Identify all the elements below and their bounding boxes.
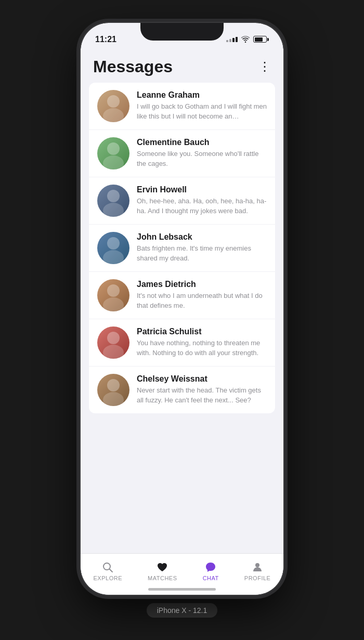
svg-point-10 — [103, 297, 124, 311]
avatar-7 — [97, 374, 129, 406]
svg-point-17 — [255, 563, 259, 567]
person-icon — [252, 561, 263, 573]
screen: 11:21 — [81, 23, 283, 595]
message-content-4: John Lebsack Bats frighten me. It's time… — [137, 232, 267, 263]
message-name-4: John Lebsack — [137, 232, 267, 242]
svg-point-14 — [103, 392, 124, 406]
page-header: Messages ⋮ — [81, 49, 283, 83]
battery-icon — [253, 36, 267, 43]
message-list: Leanne Graham I will go back to Gotham a… — [89, 83, 275, 413]
svg-point-7 — [107, 237, 120, 250]
svg-point-11 — [107, 332, 120, 344]
nav-label-profile: PROFILE — [244, 575, 271, 581]
svg-point-4 — [103, 155, 124, 169]
message-preview-3: Oh, hee-hee, aha. Ha, ooh, hee, ha-ha, h… — [137, 197, 267, 215]
page-title: Messages — [93, 57, 173, 76]
heart-icon — [157, 561, 168, 573]
device-label: iPhone X - 12.1 — [147, 603, 218, 618]
message-content-3: Ervin Howell Oh, hee-hee, aha. Ha, ooh, … — [137, 185, 267, 215]
nav-label-chat: CHAT — [203, 575, 219, 581]
status-time: 11:21 — [95, 35, 116, 44]
svg-rect-2 — [97, 90, 129, 122]
message-item-6[interactable]: Patricia Schulist You have nothing, noth… — [89, 319, 275, 367]
search-icon — [102, 561, 113, 573]
message-content-6: Patricia Schulist You have nothing, noth… — [137, 327, 267, 357]
phone-shell: 11:21 — [81, 23, 283, 595]
avatar-3 — [97, 185, 129, 217]
svg-point-12 — [103, 345, 124, 359]
nav-label-matches: MATCHES — [148, 575, 177, 581]
signal-icon — [226, 37, 238, 42]
message-item-5[interactable]: James Dietrich It's not who I am underne… — [89, 272, 275, 319]
svg-point-13 — [107, 379, 120, 391]
svg-point-6 — [103, 203, 124, 217]
message-preview-2: Someone like you. Someone who'll rattle … — [137, 149, 267, 168]
svg-point-3 — [107, 142, 120, 155]
avatar-6 — [97, 326, 129, 359]
message-name-7: Chelsey Weissnat — [137, 374, 267, 384]
nav-label-explore: EXPLORE — [94, 575, 122, 581]
message-preview-5: It's not who I am underneath but what I … — [137, 291, 267, 310]
avatar-5 — [97, 279, 129, 311]
message-preview-6: You have nothing, nothing to threaten me… — [137, 338, 267, 357]
svg-point-5 — [107, 190, 120, 202]
nav-item-chat[interactable]: CHAT — [203, 561, 219, 581]
message-name-6: Patricia Schulist — [137, 327, 267, 336]
status-icons — [226, 36, 269, 43]
nav-item-profile[interactable]: PROFILE — [244, 561, 271, 581]
message-content-7: Chelsey Weissnat Never start with the he… — [137, 374, 267, 404]
message-content-5: James Dietrich It's not who I am underne… — [137, 280, 267, 310]
svg-point-8 — [103, 250, 124, 264]
message-preview-4: Bats frighten me. It's time my enemies s… — [137, 244, 267, 263]
message-name-1: Leanne Graham — [137, 90, 267, 100]
message-name-2: Clementine Bauch — [137, 138, 267, 147]
message-name-3: Ervin Howell — [137, 185, 267, 194]
avatar-2 — [97, 137, 129, 169]
nav-item-matches[interactable]: MATCHES — [148, 561, 177, 581]
svg-point-9 — [107, 284, 120, 297]
message-item-3[interactable]: Ervin Howell Oh, hee-hee, aha. Ha, ooh, … — [89, 177, 275, 225]
message-content-2: Clementine Bauch Someone like you. Someo… — [137, 138, 267, 168]
wifi-icon — [241, 36, 250, 43]
avatar-1 — [97, 90, 129, 122]
home-indicator — [148, 588, 216, 591]
message-item-2[interactable]: Clementine Bauch Someone like you. Someo… — [89, 130, 275, 177]
message-content-1: Leanne Graham I will go back to Gotham a… — [137, 90, 267, 121]
message-preview-1: I will go back to Gotham and I will figh… — [137, 102, 267, 121]
message-preview-7: Never start with the head. The victim ge… — [137, 386, 267, 404]
notch — [140, 23, 224, 41]
message-item-1[interactable]: Leanne Graham I will go back to Gotham a… — [89, 83, 275, 130]
avatar-4 — [97, 232, 129, 264]
message-name-5: James Dietrich — [137, 280, 267, 289]
message-item-7[interactable]: Chelsey Weissnat Never start with the he… — [89, 367, 275, 413]
content-area: Messages ⋮ Leann — [81, 49, 283, 553]
scene: 11:21 — [0, 0, 364, 640]
more-button[interactable]: ⋮ — [258, 60, 271, 73]
message-item-4[interactable]: John Lebsack Bats frighten me. It's time… — [89, 225, 275, 272]
svg-line-16 — [110, 569, 113, 572]
chat-bubble-icon — [205, 561, 216, 573]
nav-item-explore[interactable]: EXPLORE — [94, 561, 122, 581]
